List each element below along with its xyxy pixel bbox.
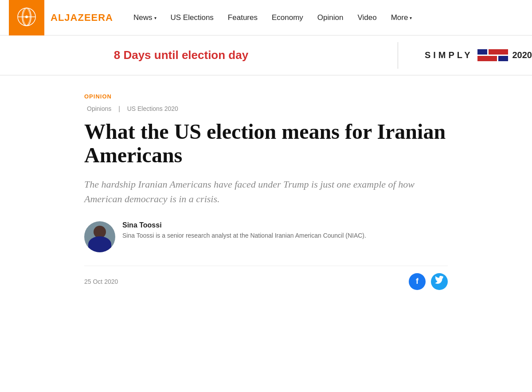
simply-year: 2020	[512, 50, 532, 60]
flag-red-1	[489, 49, 508, 55]
nav-news[interactable]: News ▾	[126, 13, 164, 22]
flag-blue-2	[498, 56, 508, 61]
flag-blue-1	[477, 49, 487, 55]
breadcrumb-sep: |	[118, 105, 122, 112]
nav-economy[interactable]: Economy	[265, 13, 310, 22]
main-nav: News ▾ US Elections Features Economy Opi…	[126, 13, 419, 22]
article-title: What the US election means for Iranian A…	[84, 120, 448, 167]
breadcrumb-opinions[interactable]: Opinions	[87, 105, 111, 112]
site-header: ALJAZEERA News ▾ US Elections Features E…	[0, 0, 532, 35]
nav-features[interactable]: Features	[221, 13, 265, 22]
nav-us-elections[interactable]: US Elections	[164, 13, 221, 22]
svg-point-3	[25, 16, 28, 18]
aljazeera-logo-icon	[17, 7, 36, 27]
election-banner: 8 Days until election day SIMPLY 2020	[0, 35, 532, 75]
publish-date: 25 Oct 2020	[84, 278, 118, 285]
election-countdown[interactable]: 8 Days until election day	[0, 48, 380, 62]
social-icons: f	[409, 273, 448, 290]
banner-divider	[398, 42, 398, 69]
article-container: OPINION Opinions | US Elections 2020 Wha…	[75, 93, 457, 290]
countdown-text: 8 Days until election day	[114, 48, 248, 62]
twitter-share-button[interactable]	[431, 273, 448, 290]
nav-video[interactable]: Video	[350, 13, 383, 22]
author-info: Sina Toossi Sina Toossi is a senior rese…	[122, 221, 366, 240]
nav-opinion[interactable]: Opinion	[310, 13, 351, 22]
avatar-body	[88, 236, 111, 252]
article-subtitle: The hardship Iranian Americans have face…	[84, 177, 448, 206]
simply-2020-logo[interactable]: SIMPLY 2020	[416, 49, 532, 61]
logo	[17, 7, 36, 28]
opinion-label[interactable]: OPINION	[84, 93, 448, 100]
more-chevron-icon: ▾	[410, 16, 412, 20]
flag-red-2	[477, 56, 497, 61]
article-footer: 25 Oct 2020 f	[84, 266, 448, 290]
news-chevron-icon: ▾	[154, 16, 156, 20]
twitter-icon	[435, 276, 444, 287]
author-avatar	[84, 221, 115, 252]
breadcrumb-us-elections[interactable]: US Elections 2020	[127, 105, 178, 112]
facebook-icon: f	[416, 277, 419, 286]
breadcrumb: Opinions | US Elections 2020	[84, 105, 448, 112]
facebook-share-button[interactable]: f	[409, 273, 426, 290]
simply-label: SIMPLY	[425, 50, 473, 60]
flags-icon	[477, 49, 508, 61]
author-row: Sina Toossi Sina Toossi is a senior rese…	[84, 221, 448, 252]
nav-more[interactable]: More ▾	[384, 13, 419, 22]
author-name[interactable]: Sina Toossi	[122, 221, 366, 229]
logo-box[interactable]	[9, 0, 44, 35]
author-bio: Sina Toossi is a senior research analyst…	[122, 231, 366, 240]
brand-name[interactable]: ALJAZEERA	[51, 12, 113, 24]
